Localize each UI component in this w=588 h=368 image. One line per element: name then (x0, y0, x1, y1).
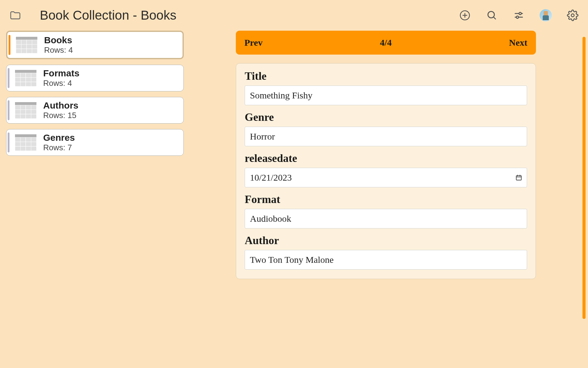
page-title: Book Collection - Books (40, 8, 459, 23)
author-input[interactable] (245, 250, 527, 270)
svg-rect-43 (26, 109, 31, 114)
table-icon (16, 37, 37, 53)
table-name: Genres (43, 132, 75, 143)
table-icon (15, 134, 36, 151)
title-input[interactable] (245, 86, 527, 105)
svg-rect-53 (31, 137, 37, 142)
svg-line-4 (493, 17, 496, 19)
svg-rect-46 (21, 114, 26, 119)
field-label: Format (245, 193, 527, 206)
sidebar: Books Rows: 4 Formats Rows: 4 Authors Ro… (6, 31, 184, 279)
svg-rect-24 (15, 73, 21, 78)
svg-rect-50 (15, 137, 21, 142)
svg-rect-54 (15, 142, 21, 146)
table-row-count: Rows: 4 (44, 45, 73, 55)
format-input[interactable] (245, 209, 527, 228)
svg-rect-19 (16, 49, 21, 53)
svg-rect-38 (21, 105, 26, 110)
search-button[interactable] (486, 9, 498, 21)
svg-rect-26 (26, 73, 31, 78)
svg-rect-57 (31, 142, 37, 146)
svg-rect-27 (31, 73, 37, 78)
svg-point-8 (516, 16, 519, 18)
add-button[interactable] (459, 9, 471, 21)
svg-rect-21 (27, 49, 32, 53)
field-title: Title (245, 70, 527, 105)
svg-rect-10 (16, 37, 37, 40)
table-name: Books (44, 35, 73, 45)
field-format: Format (245, 193, 527, 228)
svg-rect-30 (26, 77, 31, 82)
svg-rect-35 (31, 82, 37, 86)
svg-rect-17 (27, 44, 32, 49)
releasedate-input[interactable] (245, 168, 527, 187)
settings-button[interactable] (567, 9, 579, 21)
header-actions (459, 9, 579, 21)
svg-rect-36 (15, 102, 36, 105)
svg-rect-18 (32, 44, 38, 49)
svg-rect-48 (31, 114, 37, 119)
table-icon (15, 102, 36, 119)
svg-rect-59 (21, 146, 26, 151)
svg-rect-31 (31, 77, 37, 82)
svg-rect-44 (31, 109, 37, 114)
table-row-count: Rows: 15 (43, 111, 78, 120)
svg-rect-41 (15, 109, 21, 114)
scrollbar[interactable] (582, 37, 586, 319)
svg-rect-15 (16, 44, 21, 49)
svg-rect-55 (21, 142, 26, 146)
svg-rect-60 (26, 146, 31, 151)
svg-rect-34 (26, 82, 31, 86)
svg-rect-29 (21, 77, 26, 82)
sidebar-table-formats[interactable]: Formats Rows: 4 (6, 65, 184, 91)
svg-rect-61 (31, 146, 37, 151)
svg-rect-58 (15, 146, 21, 151)
sidebar-table-books[interactable]: Books Rows: 4 (6, 31, 184, 59)
svg-rect-56 (26, 142, 31, 146)
svg-rect-42 (21, 109, 26, 114)
table-icon (15, 70, 36, 86)
sidebar-table-authors[interactable]: Authors Rows: 15 (6, 97, 184, 124)
content-panel: Prev 4/4 Next Title Genre releasedate Fo… (236, 31, 536, 279)
next-button[interactable]: Next (509, 37, 527, 48)
table-name: Authors (43, 100, 78, 111)
svg-point-9 (571, 14, 574, 17)
svg-point-6 (519, 12, 522, 15)
header: Book Collection - Books (0, 0, 588, 31)
svg-rect-12 (21, 40, 27, 44)
svg-rect-39 (26, 105, 31, 110)
svg-rect-25 (21, 73, 26, 78)
pager: Prev 4/4 Next (236, 31, 536, 55)
prev-button[interactable]: Prev (244, 37, 262, 48)
svg-rect-47 (26, 114, 31, 119)
field-label: Title (245, 70, 527, 82)
field-author: Author (245, 234, 527, 270)
svg-rect-52 (26, 137, 31, 142)
field-releasedate: releasedate (245, 152, 527, 187)
svg-rect-16 (21, 44, 27, 49)
svg-rect-23 (15, 70, 36, 73)
table-row-count: Rows: 7 (43, 143, 75, 152)
svg-rect-33 (21, 82, 26, 86)
field-label: Genre (245, 111, 527, 124)
pager-position: 4/4 (380, 37, 392, 48)
svg-rect-13 (27, 40, 32, 44)
svg-rect-45 (15, 114, 21, 119)
svg-rect-11 (16, 40, 21, 44)
sidebar-table-genres[interactable]: Genres Rows: 7 (6, 129, 184, 156)
svg-rect-49 (15, 134, 36, 137)
field-label: Author (245, 234, 527, 247)
svg-rect-51 (21, 137, 26, 142)
svg-rect-14 (32, 40, 38, 44)
genre-input[interactable] (245, 127, 527, 146)
svg-rect-40 (31, 105, 37, 110)
folder-icon[interactable] (9, 9, 21, 21)
field-label: releasedate (245, 152, 527, 165)
svg-rect-32 (15, 82, 21, 86)
table-row-count: Rows: 4 (43, 79, 79, 88)
svg-rect-22 (32, 49, 38, 53)
filter-button[interactable] (513, 9, 525, 21)
table-name: Formats (43, 68, 79, 79)
svg-rect-28 (15, 77, 21, 82)
avatar[interactable] (540, 9, 552, 21)
